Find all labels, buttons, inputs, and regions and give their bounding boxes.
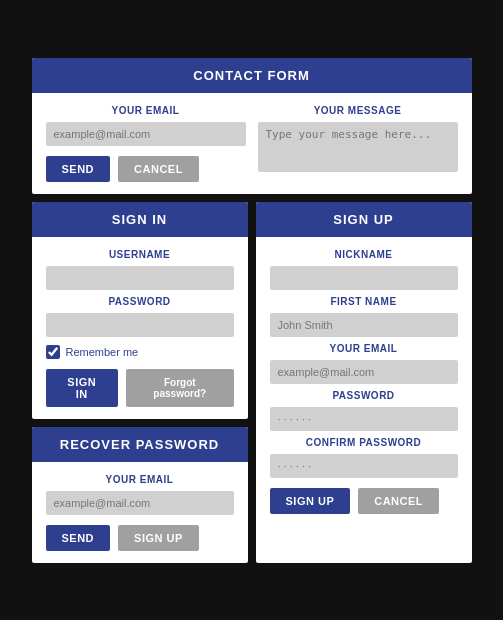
sign-in-body: USERNAME PASSWORD Remember me SIGN IN Fo…	[32, 237, 248, 419]
sign-up-header: SIGN UP	[256, 202, 472, 237]
recover-password-form: RECOVER PASSWORD YOUR EMAIL SEND SIGN UP	[32, 427, 248, 563]
contact-left: YOUR EMAIL SEND CANCEL	[46, 105, 246, 182]
contact-form-body: YOUR EMAIL SEND CANCEL YOUR MESSAGE	[32, 93, 472, 194]
confirm-password-label: CONFIRM PASSWORD	[270, 437, 458, 448]
message-textarea[interactable]	[258, 122, 458, 172]
email-input[interactable]	[46, 122, 246, 146]
recover-button-row: SEND SIGN UP	[46, 525, 234, 551]
recover-email-input[interactable]	[46, 491, 234, 515]
sign-up-form: SIGN UP NICKNAME FIRST NAME YOUR EMAIL P…	[256, 202, 472, 563]
signup-password-input[interactable]	[270, 407, 458, 431]
signup-btn-row: SIGN UP CANCEL	[270, 488, 458, 514]
password-input[interactable]	[46, 313, 234, 337]
firstname-label: FIRST NAME	[270, 296, 458, 307]
message-label: YOUR MESSAGE	[258, 105, 458, 116]
signup-email-input[interactable]	[270, 360, 458, 384]
firstname-input[interactable]	[270, 313, 458, 337]
recover-signup-button[interactable]: SIGN UP	[118, 525, 199, 551]
contact-right: YOUR MESSAGE	[258, 105, 458, 182]
password-label: PASSWORD	[46, 296, 234, 307]
username-input[interactable]	[46, 266, 234, 290]
remember-label: Remember me	[66, 346, 139, 358]
remember-row: Remember me	[46, 345, 234, 359]
nickname-input[interactable]	[270, 266, 458, 290]
remember-checkbox[interactable]	[46, 345, 60, 359]
sign-up-body: NICKNAME FIRST NAME YOUR EMAIL PASSWORD …	[256, 237, 472, 526]
sign-in-header: SIGN IN	[32, 202, 248, 237]
sign-in-form: SIGN IN USERNAME PASSWORD Remember me SI…	[32, 202, 248, 419]
recover-send-button[interactable]: SEND	[46, 525, 111, 551]
recover-body: YOUR EMAIL SEND SIGN UP	[32, 462, 248, 563]
contact-form: CONTACT FORM YOUR EMAIL SEND CANCEL YOUR…	[32, 58, 472, 194]
recover-email-label: YOUR EMAIL	[46, 474, 234, 485]
contact-button-row: SEND CANCEL	[46, 156, 246, 182]
left-col: SIGN IN USERNAME PASSWORD Remember me SI…	[32, 202, 248, 563]
sign-in-button[interactable]: SIGN IN	[46, 369, 119, 407]
sign-in-btn-row: SIGN IN Forgot password?	[46, 369, 234, 407]
confirm-password-input[interactable]	[270, 454, 458, 478]
signup-password-label: PASSWORD	[270, 390, 458, 401]
username-label: USERNAME	[46, 249, 234, 260]
send-button[interactable]: SEND	[46, 156, 111, 182]
nickname-label: NICKNAME	[270, 249, 458, 260]
cancel-button[interactable]: CANCEL	[118, 156, 199, 182]
recover-header: RECOVER PASSWORD	[32, 427, 248, 462]
main-container: CONTACT FORM YOUR EMAIL SEND CANCEL YOUR…	[22, 48, 482, 573]
forgot-password-button[interactable]: Forgot password?	[126, 369, 233, 407]
email-label: YOUR EMAIL	[46, 105, 246, 116]
signup-email-label: YOUR EMAIL	[270, 343, 458, 354]
bottom-row: SIGN IN USERNAME PASSWORD Remember me SI…	[32, 202, 472, 563]
signup-cancel-button[interactable]: CANCEL	[358, 488, 439, 514]
contact-form-header: CONTACT FORM	[32, 58, 472, 93]
signup-button[interactable]: SIGN UP	[270, 488, 351, 514]
